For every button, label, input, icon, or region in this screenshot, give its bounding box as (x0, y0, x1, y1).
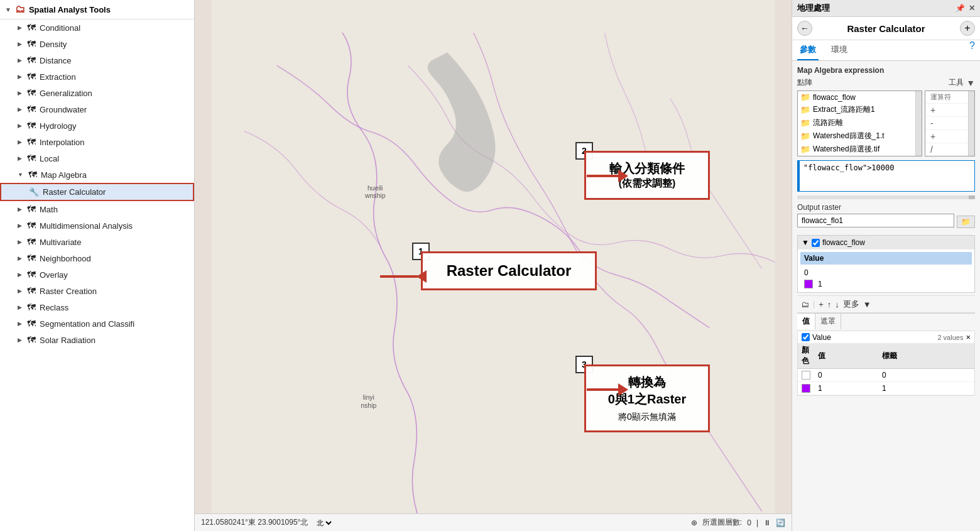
sidebar-item-raster-calculator[interactable]: 🔧 Raster Calculator (0, 183, 194, 201)
collapse-arrow-icon[interactable]: ▼ (5, 6, 11, 13)
sym-copy-btn[interactable]: 🗂 (801, 300, 809, 309)
right-panel: 地理處理 📌 ✕ ← Raster Calculator + 參數 環境 ? M… (792, 0, 980, 531)
sym-dropdown-btn[interactable]: ▼ (863, 300, 871, 309)
panel-titlebar: 地理處理 📌 ✕ (792, 0, 980, 17)
table-row-0[interactable]: 0 0 (798, 369, 974, 382)
sidebar-item-local[interactable]: ▶ 🗺 Local (0, 150, 194, 167)
value-checkbox[interactable] (802, 333, 810, 341)
tool-layer-icon: 🗺 (27, 221, 36, 231)
operators-list: 運算符 + - + / (925, 90, 975, 156)
layers-scrollbar[interactable] (915, 91, 922, 156)
col-header-value: 值 (814, 343, 878, 369)
sidebar-item-extraction[interactable]: ▶ 🗺 Extraction (0, 68, 194, 85)
tool-layer-icon: 🗺 (27, 253, 36, 263)
filter-icon[interactable]: ▼ (966, 78, 975, 88)
tab-range[interactable]: 遮罩 (815, 314, 841, 329)
help-button[interactable]: ? (969, 40, 975, 60)
layer-item-2[interactable]: 📁 流路距離 (798, 116, 922, 129)
layer-panel-header[interactable]: ▼ flowacc_flow (798, 236, 974, 249)
table-row-1[interactable]: 1 1 (798, 382, 974, 395)
tool-layer-icon: 🗺 (27, 104, 36, 114)
sidebar-item-solar-radiation[interactable]: ▶ 🗺 Solar Radiation (0, 332, 194, 348)
value-close-btn[interactable]: × (966, 332, 971, 342)
sidebar-sub-item-label: Raster Calculator (43, 187, 106, 197)
sidebar-item-raster-creation[interactable]: ▶ 🗺 Raster Creation (0, 283, 194, 299)
output-raster-input[interactable] (797, 214, 954, 227)
tool-layer-icon: 🗺 (27, 153, 36, 163)
output-folder-button[interactable]: 📁 (957, 216, 975, 228)
sidebar-item-generalization[interactable]: ▶ 🗺 Generalization (0, 85, 194, 101)
sym-up-btn[interactable]: ↑ (827, 300, 832, 309)
sidebar-item-map-algebra[interactable]: ▼ 🗺 Map Algebra (0, 167, 194, 183)
value-cell-1: 1 (814, 382, 878, 395)
layer-name-1: Extract_流路距離1 (813, 104, 875, 115)
expand-arrow-icon: ▼ (18, 172, 23, 178)
sidebar-item-groundwater[interactable]: ▶ 🗺 Groundwater (0, 101, 194, 118)
operators-scrollbar[interactable] (968, 91, 974, 156)
sidebar-item-interpolation[interactable]: ▶ 🗺 Interpolation (0, 134, 194, 150)
sidebar-item-conditional[interactable]: ▶ 🗺 Conditional (0, 19, 194, 36)
tool-layer-icon: 🗺 (27, 72, 36, 82)
tab-params[interactable]: 參數 (797, 40, 819, 60)
add-button[interactable]: + (960, 21, 975, 36)
tool-layer-icon: 🗺 (27, 137, 36, 147)
sidebar-item-label: Neighborhood (40, 254, 91, 263)
sym-down-btn[interactable]: ↓ (835, 300, 839, 309)
value-checkbox-row: Value 2 values × (798, 331, 974, 343)
expand-arrow-icon: ▶ (18, 320, 22, 327)
expand-arrow-icon: ▶ (18, 41, 22, 47)
annotation-box-1: Raster Calculator (421, 251, 597, 290)
sidebar-item-density[interactable]: ▶ 🗺 Density (0, 36, 194, 52)
panel-titlebar-right: 📌 ✕ (956, 4, 975, 13)
back-button[interactable]: ← (797, 21, 812, 36)
pin-icon[interactable]: 📌 (956, 4, 965, 13)
value-0: 0 (804, 268, 808, 277)
operator-header: 運算符 (925, 91, 974, 104)
arrow-1 (380, 270, 427, 283)
sym-more-btn[interactable]: 更多 (843, 298, 859, 310)
sidebar-item-hydrology[interactable]: ▶ 🗺 Hydrology (0, 118, 194, 134)
expand-arrow-icon: ▶ (18, 74, 22, 80)
sidebar-item-neighborhood[interactable]: ▶ 🗺 Neighborhood (0, 250, 194, 266)
layer-panel-collapse-icon: ▼ (802, 238, 809, 247)
expression-scrollbar[interactable] (797, 195, 975, 199)
separator: | (756, 518, 758, 527)
layer-item-0[interactable]: 📁 flowacc_flow (798, 91, 922, 103)
sidebar-item-math[interactable]: ▶ 🗺 Math (0, 201, 194, 217)
layer-visibility-checkbox[interactable] (812, 239, 820, 247)
coord-system-select[interactable]: 北 (314, 518, 334, 527)
layer-item-4[interactable]: 📁 Watershed篩選後.tif (798, 143, 922, 156)
folder-icon-1: 📁 (800, 105, 810, 114)
sidebar-item-label: Raster Creation (40, 287, 97, 296)
divide-symbol: / (930, 145, 933, 155)
operator-plus-2[interactable]: + (925, 130, 974, 143)
expression-box[interactable]: "flowacc_flow">10000 (797, 160, 975, 192)
layer-name-4: Watershed篩選後.tif (813, 144, 879, 155)
sidebar-item-label: Math (40, 205, 58, 214)
tab-value[interactable]: 值 (797, 314, 815, 329)
value-label: Value (812, 333, 831, 342)
sidebar-item-multidimensional[interactable]: ▶ 🗺 Multidimensional Analysis (0, 217, 194, 234)
operator-divide[interactable]: / (925, 143, 974, 156)
tab-environment[interactable]: 環境 (829, 40, 850, 60)
arrow-2-line (587, 175, 618, 177)
operator-plus-1[interactable]: + (925, 104, 974, 117)
sidebar-item-reclass[interactable]: ▶ 🗺 Reclass (0, 299, 194, 315)
plus-symbol: + (930, 105, 935, 115)
sidebar-item-multivariate[interactable]: ▶ 🗺 Multivariate (0, 234, 194, 250)
sidebar-item-segmentation[interactable]: ▶ 🗺 Segmentation and Classifi (0, 315, 194, 332)
close-icon[interactable]: ✕ (969, 4, 975, 13)
folder-icon-2: 📁 (800, 118, 810, 128)
refresh-btn[interactable]: 🔄 (776, 518, 785, 527)
operator-minus[interactable]: - (925, 117, 974, 130)
expand-arrow-icon: ▶ (18, 57, 22, 63)
layer-item-1[interactable]: 📁 Extract_流路距離1 (798, 103, 922, 116)
sym-add-btn[interactable]: + (819, 300, 824, 309)
arrow-3-line (587, 388, 618, 391)
sidebar-item-overlay[interactable]: ▶ 🗺 Overlay (0, 266, 194, 283)
tab-bar-bottom: 值 遮罩 (797, 313, 975, 329)
sidebar-item-distance[interactable]: ▶ 🗺 Distance (0, 52, 194, 68)
tool-title: Raster Calculator (817, 23, 955, 34)
pause-btn[interactable]: ⏸ (763, 518, 771, 527)
layer-item-3[interactable]: 📁 Watershed篩選後_1.t (798, 129, 922, 143)
